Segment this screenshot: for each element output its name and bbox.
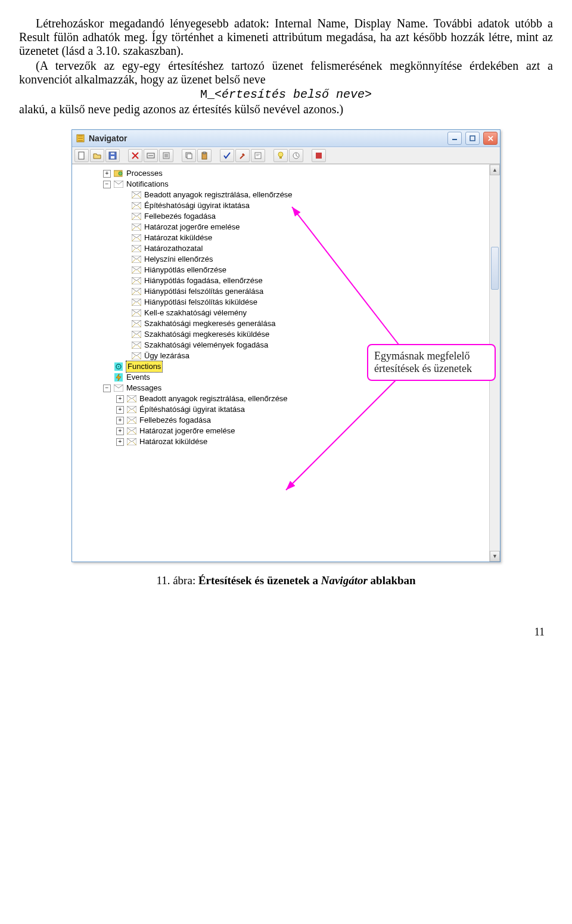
toolbar-open[interactable]	[90, 149, 104, 162]
tree-leaf-notification[interactable]: Hiánypótlási felszólítás generálása	[79, 286, 489, 297]
tree-leaf-notification[interactable]: Határozat jogerőre emelése	[79, 222, 489, 232]
paragraph-3: alakú, a külső neve pedig azonos az érte…	[19, 103, 553, 116]
expander-icon[interactable]: +	[116, 406, 124, 414]
toolbar-stop[interactable]	[312, 149, 326, 162]
tree-leaf-message[interactable]: +Fellebezés fogadása	[79, 415, 489, 426]
scroll-up-button[interactable]: ▲	[490, 165, 500, 175]
minimize-button[interactable]	[447, 132, 462, 145]
svg-rect-1	[452, 139, 457, 140]
tree-leaf-message[interactable]: +Építéshatósági ügyirat iktatása	[79, 404, 489, 415]
expander-icon[interactable]: +	[116, 395, 124, 403]
tree-label: Szakhatósági megkeresés generálása	[144, 318, 275, 329]
toolbar-clock[interactable]	[289, 149, 303, 162]
expander-icon[interactable]: +	[116, 427, 124, 435]
envelope-icon	[132, 309, 141, 317]
tree-leaf-notification[interactable]: Fellebezés fogadása	[79, 211, 489, 222]
envelope-icon	[132, 352, 141, 360]
tree-label: Hiánypótlás ellenőrzése	[144, 265, 226, 275]
page-number: 11	[0, 604, 572, 638]
tree-leaf-message[interactable]: +Határozat jogerőre emelése	[79, 426, 489, 436]
envelope-icon	[114, 180, 123, 188]
envelope-icon	[132, 244, 141, 253]
app-icon	[76, 134, 85, 143]
envelope-icon	[132, 287, 141, 296]
expander-icon[interactable]: −	[103, 181, 111, 188]
toolbar-check[interactable]	[220, 149, 234, 162]
tree-leaf-message[interactable]: +Határozat kiküldése	[79, 436, 489, 447]
svg-rect-15	[279, 157, 282, 159]
svg-rect-3	[79, 152, 84, 159]
toolbar-copy[interactable]	[182, 149, 196, 162]
tree-label: Határozat jogerőre emelése	[139, 426, 235, 436]
toolbar-rename[interactable]	[144, 149, 158, 162]
tree-leaf-notification[interactable]: Beadott anyagok regisztrálása, ellenőrzé…	[79, 190, 489, 200]
tree-label: Ügy lezárása	[144, 351, 189, 361]
tree-label: Beadott anyagok regisztrálása, ellenőrzé…	[139, 393, 288, 404]
toolbar-tools[interactable]	[235, 149, 250, 162]
tree-leaf-notification[interactable]: Hiánypótlási felszólítás kiküldése	[79, 297, 489, 308]
scroll-thumb[interactable]	[491, 247, 499, 290]
envelope-icon	[132, 266, 141, 274]
tree-node-processes[interactable]: + Processes	[79, 168, 489, 179]
tree-leaf-notification[interactable]: Hiánypótlás ellenőrzése	[79, 265, 489, 275]
tree-label: Határozat jogerőre emelése	[144, 222, 240, 232]
tree-leaf-notification[interactable]: Szakhatósági megkeresés kiküldése	[79, 329, 489, 340]
tree-leaf-notification[interactable]: Kell-e szakhatósági vélemény	[79, 308, 489, 318]
envelope-icon	[132, 223, 141, 231]
expander-icon[interactable]: +	[116, 438, 124, 446]
toolbar-delete[interactable]	[128, 149, 142, 162]
expander-icon[interactable]: +	[103, 170, 111, 178]
tree-leaf-notification[interactable]: Szakhatósági megkeresés generálása	[79, 318, 489, 329]
tree-label: Functions	[126, 361, 162, 372]
envelope-icon	[132, 341, 141, 349]
expander-icon[interactable]: +	[116, 417, 124, 424]
tree-node-notifications[interactable]: − Notifications	[79, 179, 489, 190]
tree-label: Kell-e szakhatósági vélemény	[144, 308, 247, 318]
toolbar-script[interactable]	[251, 149, 265, 162]
callout-box: Egymásnak megfelelő értesítések és üzene…	[367, 344, 496, 381]
envelope-icon	[132, 191, 141, 199]
tree-label: Fellebezés fogadása	[139, 415, 211, 426]
process-icon	[114, 169, 123, 178]
svg-point-14	[278, 152, 283, 157]
tree-leaf-notification[interactable]: Helyszíni ellenőrzés	[79, 254, 489, 265]
naming-formula: M_<értesítés belső neve>	[19, 88, 553, 101]
paragraph-1: Létrehozáskor megadandó lényegesebb adat…	[19, 17, 553, 58]
svg-rect-17	[316, 153, 322, 159]
tree-label: Határozat kiküldése	[139, 436, 207, 447]
titlebar[interactable]: Navigator ✕	[72, 130, 500, 147]
tree-label: Építéshatósági ügyirat iktatása	[144, 200, 250, 211]
toolbar-properties[interactable]	[159, 149, 173, 162]
tree-label: Fellebezés fogadása	[144, 211, 216, 222]
tree-label: Szakhatósági megkeresés kiküldése	[144, 329, 269, 340]
svg-rect-6	[111, 153, 114, 154]
envelope-icon	[132, 255, 141, 263]
envelope-icon	[132, 234, 141, 242]
tree-leaf-notification[interactable]: Hiánypótlás fogadása, ellenőrzése	[79, 275, 489, 286]
tree-leaf-notification[interactable]: Építéshatósági ügyirat iktatása	[79, 200, 489, 211]
tree-label: Helyszíni ellenőrzés	[144, 254, 213, 265]
tree-label: Hiánypótlás fogadása, ellenőrzése	[144, 275, 263, 286]
paragraph-2: (A tervezők az egy-egy értesítéshez tart…	[19, 59, 553, 86]
tree-label: Beadott anyagok regisztrálása, ellenőrzé…	[144, 190, 293, 200]
close-button[interactable]: ✕	[483, 132, 498, 145]
tree-leaf-notification[interactable]: Határozathozatal	[79, 243, 489, 254]
envelope-icon	[132, 277, 141, 285]
maximize-button[interactable]	[465, 132, 480, 145]
toolbar-paste[interactable]	[197, 149, 212, 162]
toolbar-idea[interactable]	[273, 149, 288, 162]
envelope-icon	[127, 416, 136, 424]
caption-text-end: ablakban	[368, 574, 416, 587]
window-title: Navigator	[89, 134, 444, 143]
scroll-down-button[interactable]: ▼	[490, 551, 500, 562]
envelope-icon	[127, 395, 136, 403]
toolbar-new[interactable]	[74, 149, 89, 162]
caption-number: 11. ábra:	[156, 574, 198, 587]
tree-label: Events	[126, 372, 150, 383]
svg-rect-2	[470, 136, 475, 141]
tree-leaf-message[interactable]: +Beadott anyagok regisztrálása, ellenőrz…	[79, 393, 489, 404]
toolbar-save[interactable]	[105, 149, 120, 162]
tree-node-messages[interactable]: − Messages	[79, 383, 489, 393]
expander-icon[interactable]: −	[103, 385, 111, 392]
tree-leaf-notification[interactable]: Határozat kiküldése	[79, 232, 489, 243]
